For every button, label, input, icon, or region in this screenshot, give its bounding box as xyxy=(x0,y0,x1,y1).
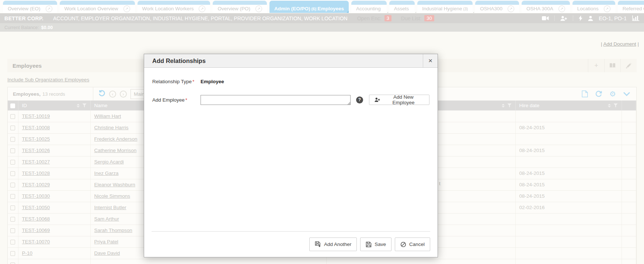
row-checkbox[interactable] xyxy=(10,148,15,153)
cancel-button[interactable]: Cancel xyxy=(395,237,430,251)
employee-name-link[interactable]: Catherine Morrison xyxy=(94,148,137,153)
employee-name-link[interactable]: Inez Garza xyxy=(94,170,119,176)
tab[interactable]: Assets ↗ xyxy=(389,1,415,13)
employee-id-link[interactable]: TEST-10008 xyxy=(22,125,50,130)
new-page-icon[interactable] xyxy=(582,90,588,98)
external-link-icon[interactable]: ↗ xyxy=(604,6,610,12)
employee-id-link[interactable]: TEST-10029 xyxy=(22,182,50,187)
select-all-checkbox[interactable] xyxy=(10,103,15,108)
row-checkbox[interactable] xyxy=(10,240,15,244)
prev-icon[interactable]: ‹ xyxy=(109,91,116,98)
row-checkbox[interactable] xyxy=(10,137,15,142)
filter-icon[interactable] xyxy=(613,103,618,108)
row-checkbox[interactable] xyxy=(10,183,15,187)
divider xyxy=(554,15,555,21)
employee-name-link[interactable]: Priya Patel xyxy=(94,239,118,244)
employee-name-link[interactable]: Internist Butler xyxy=(94,205,126,210)
pencil-icon[interactable] xyxy=(620,59,637,72)
main-menu[interactable]: ACCOUNT, EMPLOYER ORGANIZATION, INDUSTRI… xyxy=(53,15,348,21)
lightning-icon[interactable] xyxy=(579,15,582,21)
employee-name-link[interactable]: Frederick Anderson xyxy=(94,136,137,142)
tab[interactable]: Referred Orders ↗ xyxy=(618,1,644,13)
include-sub-org-link[interactable]: Include Sub Organization Employees xyxy=(7,77,89,82)
sort-icon[interactable] xyxy=(608,104,611,108)
row-checkbox[interactable] xyxy=(10,217,15,222)
employee-name-link[interactable]: William Hart xyxy=(94,113,121,119)
external-link-icon[interactable]: ↗ xyxy=(46,6,52,12)
book-icon[interactable] xyxy=(604,59,620,72)
video-camera-icon[interactable] xyxy=(542,16,549,21)
employee-name-link[interactable]: Eleanor Washburn xyxy=(94,182,135,187)
external-link-icon[interactable]: ↗ xyxy=(199,6,205,12)
tab[interactable]: Overview (PO) ↗ xyxy=(213,1,267,13)
employee-id-link[interactable]: TEST-10027 xyxy=(22,159,50,165)
row-checkbox[interactable] xyxy=(10,228,15,233)
tab[interactable]: Overview (EO) ↗ xyxy=(3,1,57,13)
employee-id-link[interactable]: TEST-10026 xyxy=(22,148,50,153)
row-checkbox[interactable] xyxy=(10,263,15,264)
employee-id-link[interactable]: TEST-10019 xyxy=(22,113,50,119)
add-icon[interactable]: + xyxy=(588,59,604,72)
user-context-label[interactable]: EO-1, PO-1 xyxy=(599,15,627,21)
row-checkbox[interactable] xyxy=(10,160,15,165)
employee-id-link[interactable]: TEST-10070 xyxy=(22,239,50,244)
add-employee-input[interactable] xyxy=(201,95,351,105)
row-checkbox[interactable] xyxy=(10,114,15,119)
save-button[interactable]: Save xyxy=(360,237,391,251)
due-list-badge[interactable]: 30 xyxy=(424,15,434,21)
tab[interactable]: Locations ↗ xyxy=(572,1,615,13)
employee-name-link[interactable]: Dave David xyxy=(94,250,120,256)
employee-id-link[interactable]: TEST-10068 xyxy=(22,216,50,222)
employee-id-link[interactable]: TEST-10069 xyxy=(22,228,50,233)
tab[interactable]: Accounting ↗ xyxy=(351,1,387,13)
filter-icon[interactable] xyxy=(82,103,87,108)
sort-icon[interactable] xyxy=(77,104,80,108)
undo-refresh-icon[interactable] xyxy=(98,90,105,98)
employee-name-link[interactable]: Sergio Acardi xyxy=(94,159,124,165)
tab[interactable]: Admin (EO/PO) (6) :Employees ↗ xyxy=(269,1,349,13)
employee-name-link[interactable]: Nicole Simmons xyxy=(94,193,130,199)
chevron-down-icon[interactable] xyxy=(623,92,630,96)
dialog-header[interactable]: Add Relationships × xyxy=(144,54,438,68)
add-new-employee-button[interactable]: Add New Employee xyxy=(369,95,429,105)
filter-icon[interactable] xyxy=(507,103,512,108)
add-another-button[interactable]: Add Another xyxy=(309,237,357,251)
col-header-name[interactable]: Name xyxy=(94,103,108,108)
help-icon[interactable]: ? xyxy=(356,96,363,103)
employee-id-link[interactable]: TEST-10030 xyxy=(22,193,50,199)
tab[interactable]: Industrial Hygiene (3) ↗ xyxy=(417,1,473,13)
user-icon[interactable] xyxy=(588,16,593,21)
tab[interactable]: OSHA 300A ↗ xyxy=(522,1,570,13)
sort-icon[interactable] xyxy=(502,104,505,108)
external-link-icon[interactable]: ↗ xyxy=(255,6,262,12)
col-header-hire-date[interactable]: Hire date xyxy=(519,103,540,108)
employee-name-link[interactable]: Sam Arthur xyxy=(94,216,119,222)
col-header-id[interactable]: ID xyxy=(22,103,27,108)
tab[interactable]: OSHA300 ↗ xyxy=(475,1,519,13)
employee-id-link[interactable]: TEST-10025 xyxy=(22,136,50,142)
employee-name-link[interactable]: Sarah Thompson xyxy=(94,228,132,233)
row-checkbox[interactable] xyxy=(10,171,15,176)
row-checkbox[interactable] xyxy=(10,194,15,199)
next-icon[interactable]: › xyxy=(120,91,127,98)
external-link-icon[interactable]: ↗ xyxy=(123,6,130,12)
tab[interactable]: Work Location Workers ↗ xyxy=(137,1,210,13)
close-icon[interactable]: × xyxy=(423,54,438,67)
row-checkbox[interactable] xyxy=(10,251,15,256)
row-checkbox[interactable] xyxy=(10,126,15,130)
row-checkbox[interactable] xyxy=(10,205,15,210)
external-link-icon[interactable]: ↗ xyxy=(508,6,514,12)
employee-id-link[interactable]: P-10 xyxy=(22,250,33,256)
employee-id-link[interactable]: TEST-10028 xyxy=(22,170,50,176)
external-link-icon[interactable]: ↗ xyxy=(558,6,565,12)
chart-icon[interactable] xyxy=(632,15,640,21)
open-enc-badge[interactable]: 3 xyxy=(384,15,391,21)
add-document-link[interactable]: Add Document xyxy=(603,41,636,47)
gear-icon[interactable]: ⚙ xyxy=(609,90,616,98)
add-user-icon[interactable] xyxy=(560,16,567,21)
dialog-footer: Add Another Save Cancel xyxy=(152,231,430,257)
employee-name-link[interactable]: Christine Harris xyxy=(94,125,129,130)
refresh-icon[interactable] xyxy=(595,90,602,98)
tab[interactable]: Work Location Overview ↗ xyxy=(60,1,135,13)
employee-id-link[interactable]: TEST-10050 xyxy=(22,205,50,210)
